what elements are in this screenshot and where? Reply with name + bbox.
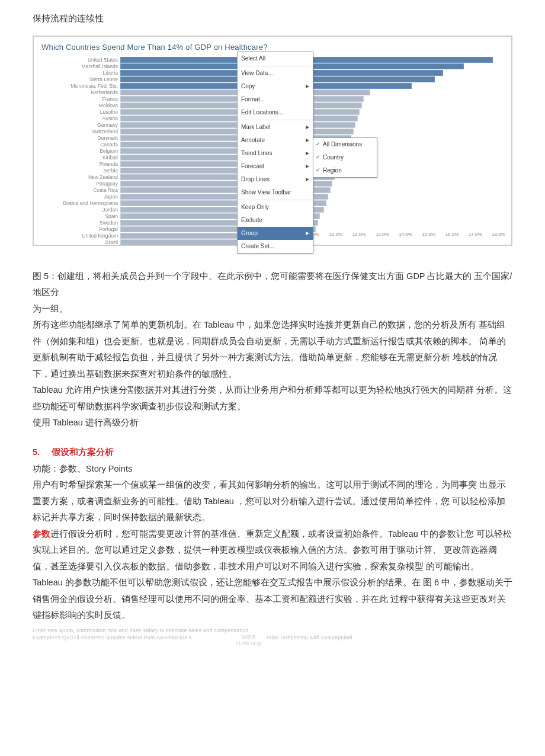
- menu-item[interactable]: Exclude: [238, 214, 313, 227]
- menu-item[interactable]: Copy▶: [238, 80, 313, 93]
- submenu-arrow-icon: ▶: [306, 123, 309, 132]
- top-heading: 保持流程的连续性: [33, 11, 512, 27]
- section-title-text: 假设和方案分析: [52, 447, 114, 457]
- check-icon: ✓: [316, 165, 320, 175]
- figure-caption-b: 为一组。: [33, 301, 512, 318]
- body-para-5: 参数进行假设分析时，您可能需要更改计算的基准值、重新定义配额，或者设置初始条件。…: [33, 526, 512, 575]
- menu-separator: [238, 120, 313, 120]
- menu-item[interactable]: Annotate▶: [238, 134, 313, 147]
- chart-figure: Which Countries Spend More Than 14% of G…: [33, 36, 512, 246]
- menu-item[interactable]: Forecast▶: [238, 160, 313, 173]
- submenu-item[interactable]: ✓Country: [313, 151, 377, 164]
- section-heading: 5. 假设和方案分析: [33, 444, 512, 461]
- submenu-item[interactable]: ✓All Dimensions: [313, 138, 377, 151]
- submenu-arrow-icon: ▶: [306, 162, 309, 171]
- submenu-arrow-icon: ▶: [306, 82, 309, 91]
- context-menu[interactable]: Select AllView Data...Copy▶Format...Edit…: [237, 52, 313, 254]
- placeholder-figure-text: Enter new quota, commission rate and bas…: [33, 627, 512, 643]
- menu-item[interactable]: View Data...: [238, 67, 313, 80]
- submenu-arrow-icon: ▶: [306, 229, 309, 238]
- menu-separator: [238, 200, 313, 200]
- body-para-1: 所有这些功能都继承了简单的更新机制。在 Tableau 中，如果您选择实时连接并…: [33, 317, 512, 382]
- menu-item[interactable]: Group▶: [238, 227, 313, 240]
- menu-item[interactable]: Edit Locations...: [238, 106, 313, 119]
- body-para-6: Tableau 的参数功能不但可以帮助您测试假设，还让您能够在交互式报告中展示假…: [33, 575, 512, 624]
- body-para-2: Tableau 允许用户快速分割数据并对其进行分类，从而让业务用户和分析师等都可…: [33, 382, 512, 415]
- bar-label: Brazil: [40, 238, 120, 247]
- submenu-arrow-icon: ▶: [306, 136, 309, 145]
- menu-separator: [238, 66, 313, 66]
- menu-item[interactable]: Drop Lines▶: [238, 173, 313, 186]
- menu-item[interactable]: Format...: [238, 93, 313, 106]
- menu-item[interactable]: Create Set...: [238, 240, 313, 253]
- body-para-3: 使用 Tableau 进行高级分析: [33, 415, 512, 431]
- submenu-arrow-icon: ▶: [306, 149, 309, 158]
- menu-item[interactable]: Select All: [238, 52, 313, 65]
- check-icon: ✓: [316, 152, 320, 162]
- param-label: 参数: [33, 529, 50, 539]
- check-icon: ✓: [316, 139, 320, 149]
- body-para-4: 用户有时希望探索某一个值或某一组值的改变，看其如何影响分析的输出。这可以用于测试…: [33, 477, 512, 526]
- menu-item[interactable]: Keep Only: [238, 201, 313, 214]
- section-number: 5.: [33, 447, 40, 457]
- menu-item[interactable]: Trend Lines▶: [238, 147, 313, 160]
- submenu-item[interactable]: ✓Region: [313, 164, 377, 177]
- context-submenu[interactable]: ✓All Dimensions✓Country✓Region: [313, 137, 377, 178]
- figure-caption-a: 图 5：创建组，将相关成员合并到一个字段中。在此示例中，您可能需要将在医疗保健支…: [33, 268, 512, 301]
- submenu-arrow-icon: ▶: [306, 175, 309, 184]
- menu-item[interactable]: Mark Label▶: [238, 121, 313, 134]
- menu-item[interactable]: Show View Toolbar: [238, 186, 313, 199]
- feature-line: 功能：参数、Story Points: [33, 461, 512, 478]
